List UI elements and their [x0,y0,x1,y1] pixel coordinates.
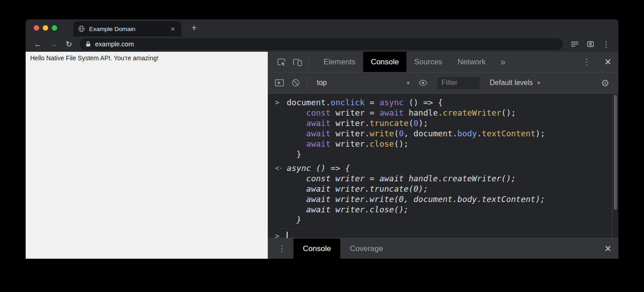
code-text: await writer.write(0, document.body.text… [287,194,545,204]
browser-tab[interactable]: Example Domain × [73,21,181,36]
context-selector-value: top [317,79,327,87]
chevron-down-icon: ▼ [536,81,541,85]
more-tabs-icon[interactable]: » [493,57,513,67]
prompt-chevron-icon: > [275,231,287,238]
result-arrow-icon [275,173,287,184]
result-arrow-icon [275,215,287,225]
code-text: await writer.truncate(0); [287,118,428,128]
back-button[interactable]: ← [30,40,46,48]
code-text: } [287,215,302,225]
code-text: const writer = await handle.createWriter… [287,173,516,184]
input-chevron-icon [275,108,287,118]
console-line: } [275,149,610,159]
close-window-button[interactable] [34,25,39,31]
devtools-tab-bar: ElementsConsoleSourcesNetwork [316,52,493,72]
tab-title: Example Domain [89,26,169,32]
settings-gear-icon[interactable]: ⚙ [595,78,615,88]
browser-toolbar: ← → ↻ example.com [26,36,618,52]
log-levels-value: Default levels [490,79,533,87]
console-scrollbar[interactable] [612,94,618,238]
profile-badge-icon[interactable] [583,40,598,48]
code-text: async () => { [287,163,350,173]
result-arrow-icon [275,204,287,215]
browser-window: Example Domain × + ← → ↻ example.com [26,19,618,259]
page-body-text: Hello Native File System API. You're ama… [30,54,263,62]
code-text: await writer.truncate(0); [287,184,428,194]
code-text: } [287,149,302,159]
devtools-drawer: ⋮ ConsoleCoverage × [268,238,618,259]
result-arrow-icon [275,194,287,204]
console-line: await writer.close(); [275,204,610,215]
devtools-tab-sources[interactable]: Sources [406,52,450,72]
tab-close-icon[interactable]: × [169,24,177,34]
console-prompt[interactable]: > [268,229,618,238]
lock-icon [86,41,91,47]
page-viewport: Hello Native File System API. You're ama… [26,52,268,259]
console-sidebar-icon[interactable] [271,79,288,86]
code-text: const writer = await handle.createWriter… [287,108,516,118]
desktop-background: Example Domain × + ← → ↻ example.com [0,0,644,292]
console-message-input: >document.onclick = async () => { const … [275,97,610,159]
toolbar-spacer [392,238,597,259]
forward-button[interactable]: → [46,40,62,48]
reading-list-icon[interactable] [567,41,583,47]
input-chevron-icon [275,139,287,149]
context-selector-dropdown[interactable]: top ▼ [312,79,415,87]
reload-button[interactable]: ↻ [62,40,76,48]
drawer-close-icon[interactable]: × [597,238,618,259]
drawer-tab-coverage[interactable]: Coverage [340,238,392,259]
window-controls [26,25,61,31]
devtools-menu-icon[interactable]: ⋮ [576,57,597,67]
toolbar-separator [309,56,309,68]
console-messages: >document.onclick = async () => { const … [275,97,610,225]
devtools-tab-network[interactable]: Network [450,52,493,72]
devtools-close-icon[interactable]: × [597,55,618,68]
console-message-result: <·async () => { const writer = await han… [275,163,610,225]
globe-icon [78,25,85,32]
console-line: >document.onclick = async () => { [275,97,610,108]
devtools-tab-elements[interactable]: Elements [316,52,363,72]
console-line: const writer = await handle.createWriter… [275,108,610,118]
text-cursor [287,232,288,238]
code-text: await writer.write(0, document.body.text… [287,128,545,139]
url-text: example.com [95,40,134,48]
result-arrow-icon: <· [275,163,287,173]
address-bar[interactable]: example.com [80,38,563,50]
console-line: await writer.truncate(0); [275,118,610,128]
input-chevron-icon [275,149,287,159]
browser-menu-icon[interactable]: ⋮ [598,40,614,49]
code-text: await writer.close(); [287,204,409,215]
code-text: document.onclick = async () => { [287,97,443,108]
console-line: await writer.truncate(0); [275,184,610,194]
input-chevron-icon [275,118,287,128]
tab-strip: Example Domain × + [26,19,618,36]
toolbar-separator [307,77,307,89]
drawer-tab-console[interactable]: Console [293,238,340,259]
console-line: await writer.write(0, document.body.text… [275,194,610,204]
clear-console-icon[interactable] [288,79,304,87]
console-line: <·async () => { [275,163,610,173]
new-tab-button[interactable]: + [187,22,201,33]
zoom-window-button[interactable] [52,25,57,31]
minimize-window-button[interactable] [43,25,48,31]
devtools-main-toolbar: ElementsConsoleSourcesNetwork » ⋮ × [268,52,618,72]
scrollbar-thumb[interactable] [614,95,617,210]
drawer-tab-bar: ConsoleCoverage [293,238,392,259]
console-line: await writer.write(0, document.body.text… [275,128,610,139]
input-chevron-icon [275,128,287,139]
drawer-menu-icon[interactable]: ⋮ [268,238,293,259]
device-toolbar-icon[interactable] [289,58,306,66]
console-line: await writer.close(); [275,139,610,149]
filter-input[interactable] [437,77,480,89]
window-content: Hello Native File System API. You're ama… [26,52,618,259]
inspect-element-icon[interactable] [273,58,289,67]
result-arrow-icon [275,184,287,194]
console-output[interactable]: >document.onclick = async () => { const … [268,94,618,238]
log-levels-dropdown[interactable]: Default levels ▼ [490,79,541,87]
code-text: await writer.close(); [287,139,409,149]
console-toolbar: top ▼ Default levels ▼ [268,72,618,94]
eye-icon[interactable] [415,80,431,86]
input-chevron-icon: > [275,97,287,108]
devtools-panel: ElementsConsoleSourcesNetwork » ⋮ × [268,52,618,259]
devtools-tab-console[interactable]: Console [363,52,406,72]
